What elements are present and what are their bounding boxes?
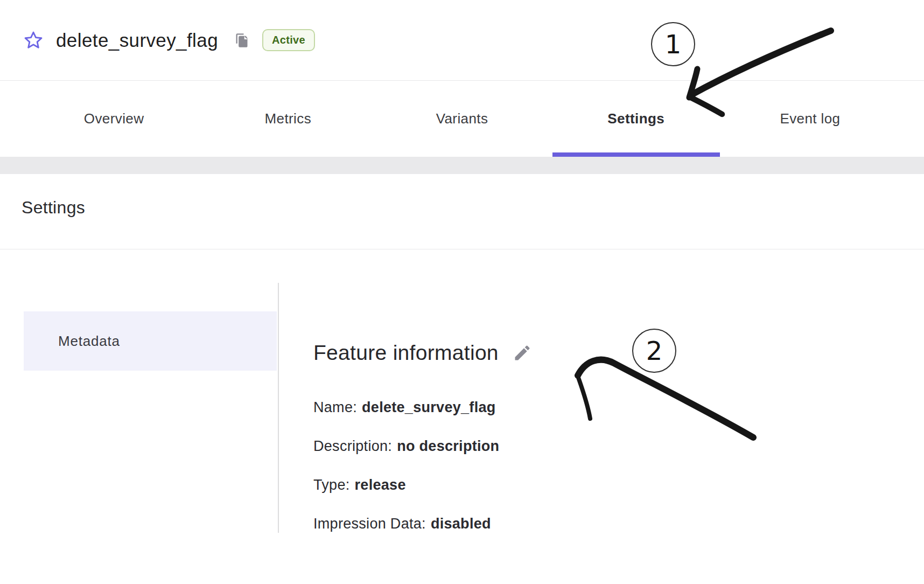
tab-event-log[interactable]: Event log: [723, 81, 897, 157]
favorite-button[interactable]: [23, 30, 44, 51]
star-icon: [23, 30, 44, 51]
copy-icon: [234, 32, 249, 48]
tab-metrics[interactable]: Metrics: [201, 81, 375, 157]
edit-feature-button[interactable]: [513, 343, 532, 363]
status-badge: Active: [262, 29, 315, 51]
feature-flag-page: delete_survey_flag Active Overview Metri…: [0, 0, 924, 584]
tab-bar: Overview Metrics Variants Settings Event…: [0, 81, 924, 157]
metadata-panel: Feature information Name:delete_survey_f…: [278, 249, 924, 582]
tab-overview[interactable]: Overview: [27, 81, 201, 157]
active-tab-indicator: [552, 152, 720, 157]
tab-variants[interactable]: Variants: [375, 81, 549, 157]
field-type: Type:release: [313, 477, 924, 493]
feature-fields: Name:delete_survey_flag Description:no d…: [313, 399, 924, 532]
feature-information-heading: Feature information: [313, 341, 499, 365]
copy-name-button[interactable]: [234, 32, 249, 48]
flag-header: delete_survey_flag Active: [0, 0, 924, 81]
page-title: delete_survey_flag: [56, 30, 218, 51]
field-impression-data: Impression Data:disabled: [313, 516, 924, 532]
pencil-icon: [513, 343, 532, 363]
page-background-strip: [0, 157, 924, 174]
section-title: Settings: [22, 198, 924, 218]
sidebar-item-metadata[interactable]: Metadata: [24, 311, 277, 371]
settings-content: Metadata Feature information Name:delete…: [0, 249, 924, 582]
settings-section-header: Settings: [0, 174, 924, 249]
tab-settings[interactable]: Settings: [549, 81, 723, 157]
vertical-divider: [278, 283, 279, 533]
field-name: Name:delete_survey_flag: [313, 399, 924, 416]
field-description: Description:no description: [313, 438, 924, 455]
settings-sidebar: Metadata: [0, 249, 278, 582]
